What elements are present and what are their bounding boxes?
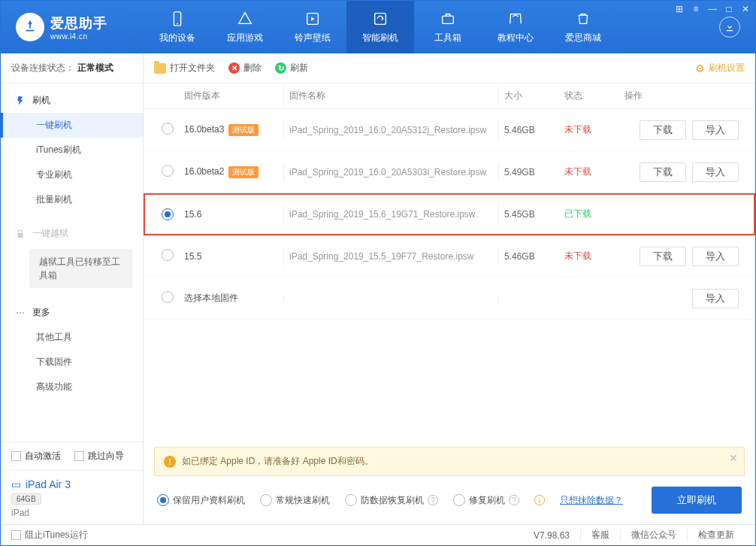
block-itunes-checkbox[interactable]: 阻止iTunes运行 <box>11 529 88 541</box>
nav-tab-1[interactable]: 应用游戏 <box>211 1 279 53</box>
nav-tab-0[interactable]: 我的设备 <box>144 1 211 53</box>
opt-antirecover[interactable]: 防数据恢复刷机? <box>345 494 438 507</box>
row-radio[interactable] <box>162 291 174 303</box>
help-icon[interactable]: ? <box>428 495 438 505</box>
row-radio[interactable] <box>162 249 174 261</box>
nav-icon <box>371 10 389 28</box>
firmware-size: 5.46GB <box>504 251 564 262</box>
flash-options-row: 保留用户资料刷机 常规快速刷机 防数据恢复刷机? 修复刷机? i 只想抹除数据？… <box>144 476 755 524</box>
app-header: 爱思助手 www.i4.cn 我的设备应用游戏铃声壁纸智能刷机工具箱教程中心爱思… <box>1 1 755 53</box>
footer-update[interactable]: 检查更新 <box>687 529 745 541</box>
nav-tab-2[interactable]: 铃声壁纸 <box>279 1 346 53</box>
firmware-version: 16.0beta3 <box>184 124 224 135</box>
download-button[interactable]: 下载 <box>640 247 686 266</box>
firmware-row[interactable]: 15.6iPad_Spring_2019_15.6_19G71_Restore.… <box>144 193 755 235</box>
beta-badge: 测试版 <box>228 166 259 178</box>
import-button[interactable]: 导入 <box>692 289 739 308</box>
svg-rect-3 <box>375 14 386 25</box>
device-type: iPad <box>11 508 132 518</box>
firmware-name: iPad_Spring_2019_16.0_20A5303i_Restore.i… <box>289 167 486 177</box>
jailbreak-note: 越狱工具已转移至工具箱 <box>29 249 132 288</box>
device-capacity: 64GB <box>11 493 41 505</box>
row-radio[interactable] <box>162 165 174 177</box>
warning-icon: ! <box>164 456 176 468</box>
win-minimize-icon[interactable]: — <box>707 4 718 14</box>
col-name: 固件名称 <box>289 89 504 102</box>
import-button[interactable]: 导入 <box>692 247 739 266</box>
nav-tab-5[interactable]: 教程中心 <box>482 1 549 53</box>
opt-keep-data[interactable]: 保留用户资料刷机 <box>157 494 245 507</box>
import-button[interactable]: 导入 <box>692 120 739 140</box>
firmware-size: 5.49GB <box>504 167 564 177</box>
firmware-status: 已下载 <box>564 208 591 219</box>
nav-tab-6[interactable]: 爱思商城 <box>549 1 617 53</box>
sidebar-item-advanced[interactable]: 高级功能 <box>1 375 143 399</box>
erase-only-link[interactable]: 只想抹除数据？ <box>560 494 623 507</box>
skip-guide-checkbox[interactable]: 跳过向导 <box>74 450 124 463</box>
sidebar-item-pro[interactable]: 专业刷机 <box>1 162 143 187</box>
footer-wechat[interactable]: 微信公众号 <box>620 529 687 541</box>
col-size: 大小 <box>504 89 564 102</box>
help-icon[interactable]: ? <box>509 495 519 505</box>
notice-text: 如已绑定 Apple ID，请准备好 Apple ID和密码。 <box>182 455 373 468</box>
open-folder-button[interactable]: 打开文件夹 <box>154 62 215 74</box>
sidebar-item-batch[interactable]: 批量刷机 <box>1 187 143 212</box>
opt-repair[interactable]: 修复刷机? <box>453 494 519 507</box>
sidebar-header-flash[interactable]: 刷机 <box>1 88 143 113</box>
main-panel: 打开文件夹 ✕删除 ↻刷新 ⚙刷机设置 固件版本 固件名称 大小 状态 操作 1… <box>144 53 755 524</box>
firmware-row[interactable]: 选择本地固件导入 <box>144 278 755 320</box>
svg-point-1 <box>177 23 178 25</box>
flash-settings-button[interactable]: ⚙刷机设置 <box>695 62 745 74</box>
sidebar-item-tools[interactable]: 其他工具 <box>1 325 143 350</box>
refresh-button[interactable]: ↻刷新 <box>275 62 308 74</box>
nav-icon <box>574 10 592 28</box>
row-radio[interactable] <box>162 208 174 220</box>
win-close-icon[interactable]: ✕ <box>740 4 751 14</box>
info-icon[interactable]: i <box>534 495 545 505</box>
footer-service[interactable]: 客服 <box>580 529 620 541</box>
firmware-version: 16.0beta2 <box>184 166 224 177</box>
notice-close-icon[interactable]: ✕ <box>729 452 738 464</box>
win-grid-icon[interactable]: ⊞ <box>674 4 685 14</box>
flash-now-button[interactable]: 立即刷机 <box>652 487 742 514</box>
refresh-icon: ↻ <box>275 62 286 74</box>
delete-button[interactable]: ✕删除 <box>228 62 262 74</box>
import-button[interactable]: 导入 <box>692 162 739 182</box>
nav-tab-3[interactable]: 智能刷机 <box>346 1 414 53</box>
svg-rect-4 <box>443 16 454 23</box>
firmware-name: iPad_Spring_2019_16.0_20A5312j_Restore.i… <box>289 125 486 135</box>
download-button[interactable]: 下载 <box>640 162 686 182</box>
device-info[interactable]: ▭iPad Air 3 64GB iPad <box>1 470 143 524</box>
win-maximize-icon[interactable]: □ <box>724 4 734 14</box>
sidebar: 设备连接状态： 正常模式 刷机 一键刷机 iTunes刷机 专业刷机 批量刷机 … <box>1 53 144 524</box>
firmware-version: 15.5 <box>184 251 201 262</box>
logo: 爱思助手 www.i4.cn <box>1 1 144 53</box>
notice-bar: ! 如已绑定 Apple ID，请准备好 Apple ID和密码。 ✕ <box>154 447 745 476</box>
download-button[interactable]: 下载 <box>640 120 686 140</box>
nav-tab-4[interactable]: 工具箱 <box>414 1 482 53</box>
app-url: www.i4.cn <box>50 32 107 41</box>
opt-normal[interactable]: 常规快速刷机 <box>260 494 330 507</box>
firmware-row[interactable]: 15.5iPad_Spring_2019_15.5_19F77_Restore.… <box>144 235 755 278</box>
sidebar-item-itunes[interactable]: iTunes刷机 <box>1 138 143 162</box>
firmware-row[interactable]: 16.0beta3测试版iPad_Spring_2019_16.0_20A531… <box>144 109 755 151</box>
firmware-row[interactable]: 16.0beta2测试版iPad_Spring_2019_16.0_20A530… <box>144 151 755 193</box>
delete-icon: ✕ <box>228 62 240 74</box>
sidebar-item-oneclick[interactable]: 一键刷机 <box>1 113 143 138</box>
firmware-status: 未下载 <box>564 250 591 261</box>
auto-activate-checkbox[interactable]: 自动激活 <box>11 450 61 463</box>
sidebar-header-more[interactable]: ⋯ 更多 <box>1 300 143 325</box>
sidebar-header-jailbreak: 一键越狱 <box>1 221 143 246</box>
firmware-status: 未下载 <box>564 124 591 135</box>
nav-icon <box>507 10 525 28</box>
firmware-name: iPad_Spring_2019_15.6_19G71_Restore.ipsw <box>289 209 476 220</box>
row-radio[interactable] <box>162 123 174 135</box>
app-name: 爱思助手 <box>50 14 107 32</box>
win-menu-icon[interactable]: ≡ <box>691 4 701 14</box>
gear-icon: ⚙ <box>695 62 705 74</box>
nav-icon <box>236 10 254 28</box>
table-header: 固件版本 固件名称 大小 状态 操作 <box>144 83 755 109</box>
download-manager-icon[interactable] <box>719 17 740 38</box>
nav-icon <box>168 10 186 28</box>
sidebar-item-download[interactable]: 下载固件 <box>1 350 143 375</box>
